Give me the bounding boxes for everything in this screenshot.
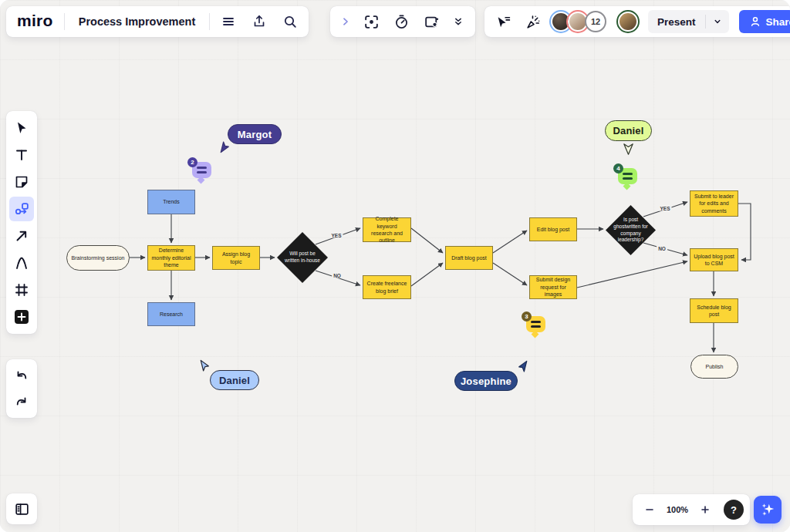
creation-toolbar xyxy=(6,111,37,334)
reactions-confetti-icon[interactable] xyxy=(521,9,545,34)
facilitation-toolbar xyxy=(330,6,475,37)
flow-edge-9[interactable] xyxy=(493,231,527,253)
flow-node-edit[interactable]: Edit blog post xyxy=(529,217,577,241)
collaborator-count-badge[interactable]: 12 xyxy=(585,11,606,32)
flow-node-keyword[interactable]: Complete keyword research and outline xyxy=(363,217,411,242)
miro-app-window: Brainstorming sessionTrendsDetermine mon… xyxy=(0,0,790,532)
connector-arrow-tool[interactable] xyxy=(9,224,34,248)
zoom-level[interactable]: 100% xyxy=(663,505,691,514)
chevron-down-icon[interactable] xyxy=(706,16,729,27)
sparkles-icon xyxy=(759,501,776,518)
flow-node-research[interactable]: Research xyxy=(147,302,195,326)
sticky-note-tool[interactable] xyxy=(9,170,34,194)
edge-label-no-13: NO xyxy=(657,246,667,251)
search-icon[interactable] xyxy=(278,9,302,34)
flow-edge-7[interactable] xyxy=(411,228,443,253)
present-label: Present xyxy=(648,16,705,28)
zoom-toolbar: 100% ? xyxy=(633,494,750,525)
flow-node-brainstorming[interactable]: Brainstorming session xyxy=(66,245,130,271)
comment-thread-4[interactable]: 4 xyxy=(613,163,640,191)
export-icon[interactable] xyxy=(247,9,272,34)
zoom-in-button[interactable] xyxy=(694,497,716,522)
person-icon xyxy=(749,15,761,28)
flow-node-publish[interactable]: Publish xyxy=(690,355,738,379)
collaborator-name-pill-margot-0: Margot xyxy=(228,124,282,144)
hamburger-menu-icon[interactable] xyxy=(216,9,241,34)
comment-count-badge: 4 xyxy=(613,163,623,173)
collaborator-name-pill-daniel-3: Daniel xyxy=(210,370,259,390)
collaboration-toolbar: 12 Present Share xyxy=(484,6,790,37)
text-tool[interactable] xyxy=(9,143,34,167)
flow-edge-14[interactable] xyxy=(577,261,687,288)
board-canvas[interactable]: Brainstorming sessionTrendsDetermine mon… xyxy=(0,0,790,532)
zoom-out-button[interactable] xyxy=(639,497,660,522)
comment-thread-3[interactable]: 3 xyxy=(522,311,548,339)
history-toolbar xyxy=(6,359,37,418)
miro-logo[interactable]: miro xyxy=(12,12,58,32)
flow-node-determine[interactable]: Determine monthly editorial theme xyxy=(147,245,195,271)
screen-record-icon[interactable] xyxy=(419,9,444,34)
edge-label-yes-5: YES xyxy=(329,233,343,238)
hide-cursors-icon[interactable] xyxy=(491,9,515,34)
comment-thread-2[interactable]: 2 xyxy=(187,157,214,185)
help-button[interactable]: ? xyxy=(724,500,744,520)
share-label: Share xyxy=(766,16,790,28)
select-tool[interactable] xyxy=(9,116,34,140)
board-title[interactable]: Process Improvement xyxy=(71,15,204,28)
collaborator-name-pill-daniel-1: Daniel xyxy=(605,120,652,141)
timer-icon[interactable] xyxy=(389,9,414,34)
present-button[interactable]: Present xyxy=(648,10,729,33)
shapes-diagram-tool[interactable] xyxy=(9,197,34,221)
flow-node-assign[interactable]: Assign blog topic xyxy=(212,246,260,270)
edge-label-yes-12: YES xyxy=(658,206,671,211)
flow-edge-8[interactable] xyxy=(411,263,443,286)
focus-frame-icon[interactable] xyxy=(359,9,383,34)
flow-node-schedule[interactable]: Schedule blog post xyxy=(690,298,738,323)
expand-chevron-icon[interactable] xyxy=(338,9,353,34)
flow-node-leader[interactable]: Submit to leader for edits and comments xyxy=(690,190,738,217)
collapse-chevrons-icon[interactable] xyxy=(449,9,468,34)
flow-node-draft[interactable]: Draft blog post xyxy=(445,246,493,270)
collaborator-cursor-josephine-2 xyxy=(515,359,530,374)
undo-button[interactable] xyxy=(9,363,34,388)
more-tools-button[interactable] xyxy=(9,305,34,329)
avatar-stack[interactable]: 12 xyxy=(551,11,606,32)
frames-panel-toolbar xyxy=(6,493,37,524)
divider xyxy=(209,13,210,30)
pen-tool[interactable] xyxy=(9,251,34,275)
redo-button[interactable] xyxy=(9,389,34,414)
share-button[interactable]: Share xyxy=(739,10,790,33)
collaborator-cursor-daniel-1 xyxy=(621,142,636,157)
edge-label-no-6: NO xyxy=(332,273,343,278)
flow-node-freelance[interactable]: Create freelance blog brief xyxy=(363,275,411,299)
divider xyxy=(64,13,65,30)
ai-assistant-button[interactable] xyxy=(754,496,782,524)
collaborator-cursor-daniel-3 xyxy=(198,359,212,373)
comment-count-badge: 2 xyxy=(187,157,198,167)
flow-edge-15[interactable] xyxy=(738,204,751,260)
frame-tool[interactable] xyxy=(9,278,34,302)
collaborator-name-pill-josephine-2: Josephine xyxy=(454,371,518,391)
flow-edge-10[interactable] xyxy=(493,263,527,285)
collaborator-cursor-margot-0 xyxy=(218,140,232,154)
avatar-current-user[interactable] xyxy=(618,12,638,32)
main-menu-bar: miro Process Improvement xyxy=(6,6,309,37)
comment-count-badge: 3 xyxy=(522,311,532,322)
flow-node-design[interactable]: Submit design request for images xyxy=(529,275,577,299)
flow-node-trends[interactable]: Trends xyxy=(147,190,195,214)
flow-node-upload[interactable]: Upload blog post to CSM xyxy=(690,248,738,271)
frames-panel-icon[interactable] xyxy=(9,497,34,521)
